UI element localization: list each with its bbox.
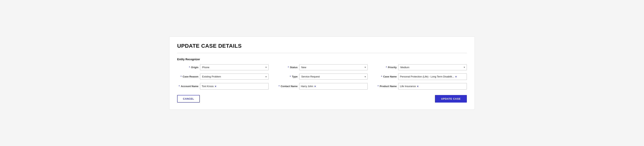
status-field-row: * Status New Working Escalated Closed ▼: [276, 64, 368, 70]
account-name-label: * Account Name: [177, 85, 198, 88]
status-label: * Status: [276, 66, 298, 69]
origin-field-row: * Origin Phone Email Web Chat ▼: [177, 64, 268, 70]
priority-field-row: * Priority Low Medium High Critical ▼: [376, 64, 467, 70]
status-required-star: *: [288, 66, 289, 69]
case-reason-select[interactable]: Existing Problem New Problem Instruction…: [200, 74, 268, 80]
case-reason-field-row: * Case Reason Existing Problem New Probl…: [177, 73, 268, 80]
priority-label: * Priority: [376, 66, 397, 69]
contact-name-tag-input[interactable]: Harry John ×: [299, 83, 368, 90]
account-name-value: Toni Kroos: [202, 85, 214, 88]
contact-name-value: Harry John: [301, 85, 313, 88]
contact-name-label: * Contact Name: [276, 85, 298, 88]
divider: [177, 53, 467, 53]
product-name-label: * Product Name: [376, 85, 397, 88]
status-select[interactable]: New Working Escalated Closed: [299, 64, 368, 70]
type-select[interactable]: Service Request Problem Feature Request …: [299, 74, 368, 80]
case-name-remove-button[interactable]: ×: [455, 75, 457, 78]
contact-name-field-row: * Contact Name Harry John ×: [276, 83, 368, 90]
type-field-row: * Type Service Request Problem Feature R…: [276, 73, 368, 80]
form-grid: * Origin Phone Email Web Chat ▼ * Status: [177, 64, 467, 90]
case-name-field-row: * Case Name Personal Protection (Life) -…: [376, 73, 467, 80]
origin-required-star: *: [189, 66, 190, 69]
case-reason-select-wrapper: Existing Problem New Problem Instruction…: [200, 74, 268, 80]
product-name-remove-button[interactable]: ×: [417, 85, 418, 88]
product-name-value: Life Insurance: [400, 85, 416, 88]
priority-required-star: *: [386, 66, 387, 69]
section-title: Entity Recognizer: [177, 58, 467, 61]
update-case-card: UPDATE CASE DETAILS Entity Recognizer * …: [169, 36, 475, 110]
type-select-wrapper: Service Request Problem Feature Request …: [299, 74, 368, 80]
page-title: UPDATE CASE DETAILS: [177, 43, 467, 49]
product-name-field-row: * Product Name Life Insurance ×: [376, 83, 467, 90]
case-name-label: * Case Name: [376, 75, 397, 78]
type-label: * Type: [276, 75, 298, 78]
account-name-remove-button[interactable]: ×: [215, 85, 216, 88]
product-name-required-star: *: [378, 85, 379, 88]
origin-select[interactable]: Phone Email Web Chat: [200, 64, 268, 70]
cancel-button[interactable]: CANCEL: [177, 95, 200, 103]
priority-select[interactable]: Low Medium High Critical: [398, 64, 467, 70]
account-name-required-star: *: [179, 85, 180, 88]
type-required-star: *: [290, 75, 291, 78]
case-name-value: Personal Protection (Life) - Long Term D…: [400, 75, 454, 78]
origin-label: * Origin: [177, 66, 198, 69]
case-name-tag-input[interactable]: Personal Protection (Life) - Long Term D…: [398, 73, 467, 80]
origin-select-wrapper: Phone Email Web Chat ▼: [200, 64, 268, 70]
case-reason-label: * Case Reason: [177, 75, 198, 78]
contact-name-remove-button[interactable]: ×: [314, 85, 316, 88]
update-case-button[interactable]: UPDATE CASE: [435, 95, 467, 103]
case-name-required-star: *: [381, 75, 382, 78]
status-select-wrapper: New Working Escalated Closed ▼: [299, 64, 368, 70]
account-name-field-row: * Account Name Toni Kroos ×: [177, 83, 268, 90]
product-name-tag-input[interactable]: Life Insurance ×: [398, 83, 467, 90]
contact-name-required-star: *: [279, 85, 280, 88]
priority-select-wrapper: Low Medium High Critical ▼: [398, 64, 467, 70]
actions-row: CANCEL UPDATE CASE: [177, 95, 467, 103]
case-reason-required-star: *: [181, 75, 182, 78]
account-name-tag-input[interactable]: Toni Kroos ×: [200, 83, 268, 90]
